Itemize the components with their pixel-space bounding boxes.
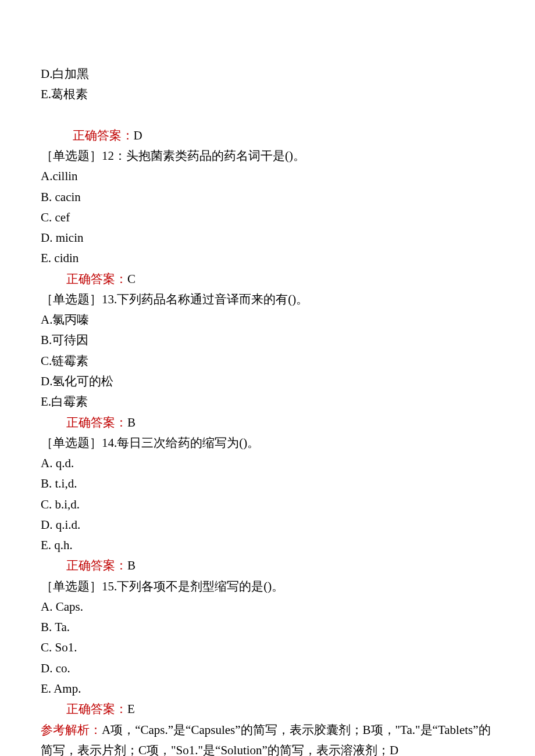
option-label: E. — [41, 538, 51, 552]
option-text: 氢化可的松 — [52, 374, 113, 388]
answer-line: 正确答案：B — [41, 556, 494, 576]
option-label: D. — [41, 67, 52, 81]
option-line: E. cidin — [41, 248, 494, 268]
option-line: D. q.i.d. — [41, 515, 494, 535]
option-line: E. Amp. — [41, 679, 494, 699]
option-line: D. micin — [41, 228, 494, 248]
question-text: 头抱菌素类药品的药名词干是()。 — [126, 149, 305, 163]
option-label: B. — [41, 476, 52, 490]
option-label: D. — [41, 661, 52, 675]
option-label: C. — [41, 640, 52, 654]
option-text: b.i,d. — [55, 497, 80, 511]
correct-answer-label: 正确答案： — [66, 415, 127, 429]
option-line: B.可待因 — [41, 330, 494, 350]
option-text: 白加黑 — [52, 67, 89, 81]
question-text: 每日三次给药的缩写为()。 — [117, 436, 259, 450]
option-text: t.i,d. — [55, 476, 77, 490]
question-text: 下列药品名称通过音译而来的有()。 — [117, 292, 308, 306]
option-label: D. — [41, 231, 52, 245]
option-text: co. — [56, 661, 70, 675]
answer-line: 正确答案：D — [41, 105, 494, 146]
option-line: D.白加黑 — [41, 64, 494, 84]
option-line: A.氯丙嗪 — [41, 310, 494, 330]
answer-value: D — [134, 128, 142, 142]
option-line: C. b.i,d. — [41, 495, 494, 515]
option-line: B. t.i,d. — [41, 474, 494, 494]
option-label: A. — [41, 456, 52, 470]
explanation: 参考解析：A项，“Caps.”是“Capsules”的简写，表示胶囊剂；B项，"… — [41, 720, 494, 757]
option-label: E. — [41, 395, 51, 409]
option-line: A. q.d. — [41, 453, 494, 474]
option-line: D.氢化可的松 — [41, 371, 494, 392]
option-line: B. cacin — [41, 187, 494, 207]
option-label: D. — [41, 374, 52, 388]
correct-answer-label: 正确答案： — [73, 128, 134, 142]
option-text: 可待因 — [52, 333, 88, 347]
correct-answer-label: 正确答案： — [66, 702, 127, 716]
option-text: 链霉素 — [52, 354, 88, 368]
option-text: q.d. — [56, 456, 74, 470]
option-label: B. — [41, 190, 52, 204]
option-line: C.链霉素 — [41, 351, 494, 371]
question-number: 15. — [102, 579, 117, 593]
option-label: C. — [41, 210, 52, 224]
option-label: A. — [41, 169, 52, 183]
correct-answer-label: 正确答案： — [66, 272, 127, 286]
option-text: micin — [56, 231, 84, 245]
question-tag: ［单选题］ — [41, 292, 102, 306]
explanation-text: A项，“Caps.”是“Capsules”的简写，表示胶囊剂；B项，"Ta."是… — [41, 723, 491, 757]
question-number: 12： — [102, 149, 126, 163]
option-text: Amp. — [54, 682, 81, 696]
answer-value: C — [127, 272, 135, 286]
option-text: 葛根素 — [51, 87, 88, 101]
option-label: A. — [41, 313, 52, 327]
option-line: E.白霉素 — [41, 392, 494, 412]
option-line: C. cef — [41, 207, 494, 228]
question-text: 下列各项不是剂型缩写的是()。 — [117, 579, 284, 593]
question-number: 13. — [102, 292, 117, 306]
option-label: B. — [41, 333, 52, 347]
option-label: E. — [41, 251, 51, 265]
option-text: cacin — [55, 190, 81, 204]
option-line: E.葛根素 — [41, 84, 494, 105]
option-line: B. Ta. — [41, 617, 494, 637]
answer-value: B — [127, 415, 135, 429]
option-label: E. — [41, 87, 51, 101]
answer-value: B — [127, 558, 135, 572]
correct-answer-label: 正确答案： — [66, 558, 127, 572]
answer-value: E — [127, 702, 135, 716]
answer-line: 正确答案：E — [41, 699, 494, 719]
option-label: A. — [41, 600, 52, 614]
question-stem: ［单选题］12：头抱菌素类药品的药名词干是()。 — [41, 146, 494, 166]
question-tag: ［单选题］ — [41, 149, 102, 163]
option-line: E. q.h. — [41, 535, 494, 556]
option-text: So1. — [55, 640, 77, 654]
option-label: C. — [41, 354, 52, 368]
answer-line: 正确答案：B — [41, 413, 494, 433]
option-line: A.cillin — [41, 166, 494, 187]
question-tag: ［单选题］ — [41, 436, 102, 450]
option-label: C. — [41, 497, 52, 511]
option-text: 白霉素 — [51, 395, 88, 409]
explanation-label: 参考解析： — [41, 723, 102, 737]
question-tag: ［单选题］ — [41, 579, 102, 593]
option-text: cidin — [54, 251, 79, 265]
question-stem: ［单选题］13.下列药品名称通过音译而来的有()。 — [41, 289, 494, 310]
option-label: D. — [41, 518, 52, 532]
option-text: cef — [55, 210, 70, 224]
option-text: 氯丙嗪 — [52, 313, 89, 327]
option-line: A. Caps. — [41, 597, 494, 617]
option-text: Caps. — [56, 600, 83, 614]
option-label: B. — [41, 620, 52, 634]
option-label: E. — [41, 682, 51, 696]
option-text: cillin — [52, 169, 77, 183]
question-number: 14. — [102, 436, 117, 450]
option-line: D. co. — [41, 658, 494, 679]
option-text: q.h. — [54, 538, 73, 552]
question-stem: ［单选题］14.每日三次给药的缩写为()。 — [41, 433, 494, 453]
question-stem: ［单选题］15.下列各项不是剂型缩写的是()。 — [41, 576, 494, 597]
option-text: q.i.d. — [56, 518, 81, 532]
option-text: Ta. — [55, 620, 70, 634]
option-line: C. So1. — [41, 637, 494, 658]
answer-line: 正确答案：C — [41, 269, 494, 289]
